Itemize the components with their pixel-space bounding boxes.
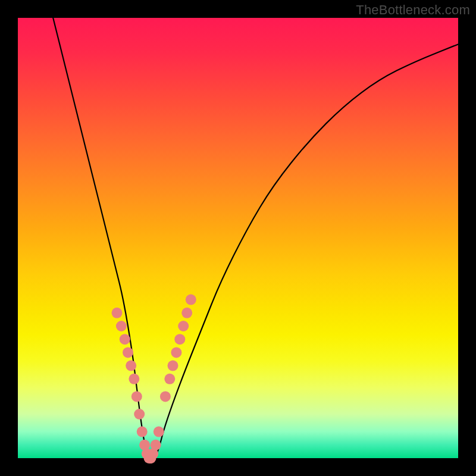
sample-point	[168, 361, 178, 371]
sample-point	[126, 361, 136, 371]
sample-point	[112, 308, 123, 318]
sample-point	[120, 334, 130, 345]
sample-points	[112, 295, 196, 464]
sample-point	[174, 334, 185, 345]
bottleneck-curve	[53, 18, 458, 458]
sample-point	[123, 347, 133, 358]
curve-layer	[18, 18, 458, 458]
sample-point	[171, 347, 181, 358]
sample-point	[129, 374, 139, 384]
sample-point	[137, 427, 148, 437]
sample-point	[151, 440, 161, 450]
watermark-text: TheBottleneck.com	[356, 2, 470, 18]
chart-frame: TheBottleneck.com	[0, 0, 476, 476]
sample-point	[154, 427, 164, 437]
sample-point	[186, 295, 196, 305]
sample-point	[134, 409, 145, 419]
sample-point	[181, 308, 192, 318]
sample-point	[116, 321, 127, 331]
plot-area	[18, 18, 458, 458]
sample-point	[160, 391, 171, 402]
sample-point	[178, 321, 189, 331]
sample-point	[131, 391, 142, 402]
sample-point	[164, 374, 175, 384]
